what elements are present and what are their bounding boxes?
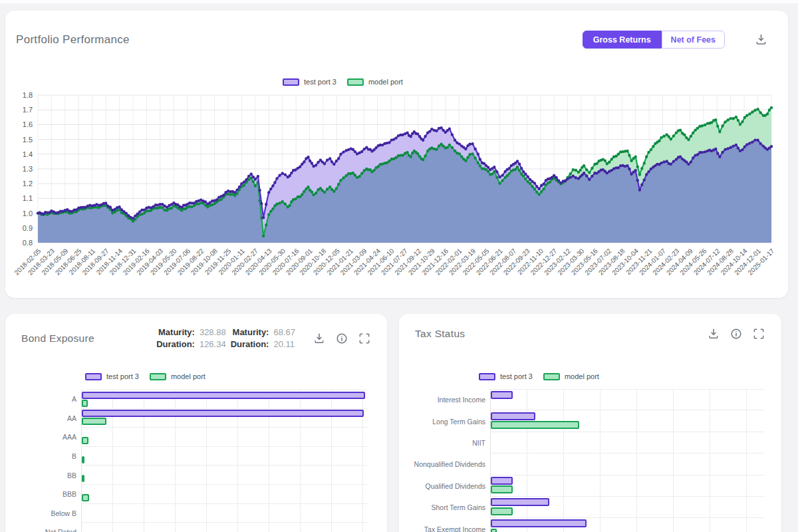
tax-status-card: Tax Status tes bbox=[399, 314, 781, 532]
portfolio-performance-chart[interactable]: 0.80.91.01.11.21.31.41.51.61.71.82018-02… bbox=[5, 78, 788, 298]
returns-toggle-group: Gross Returns Net of Fees bbox=[583, 31, 725, 49]
bar-test-port-3 bbox=[491, 519, 587, 527]
bar-row: AA bbox=[5, 409, 368, 428]
tax-header-icons bbox=[707, 327, 765, 340]
bar-row: A bbox=[5, 390, 368, 409]
test-port-3-swatch bbox=[85, 373, 102, 380]
bar-model-port bbox=[82, 494, 89, 501]
bar-model-port bbox=[491, 529, 497, 532]
bar-test-port-3 bbox=[82, 392, 365, 399]
bar-row: AAA bbox=[5, 428, 368, 447]
category-label: B bbox=[5, 447, 81, 466]
svg-text:1.6: 1.6 bbox=[23, 120, 33, 128]
svg-text:1.2: 1.2 bbox=[23, 180, 33, 188]
legend-item-test-port-3[interactable]: test port 3 bbox=[85, 372, 139, 380]
duration-label: Duration: bbox=[156, 339, 195, 349]
bar-track bbox=[81, 390, 368, 409]
bond-legend: test port 3 model port bbox=[85, 372, 205, 380]
svg-text:1.5: 1.5 bbox=[23, 136, 33, 144]
bar-track bbox=[490, 410, 765, 432]
bar-row: BBB bbox=[5, 485, 368, 504]
bond-exposure-chart[interactable]: AAAAAABBBBBBBelow BNot Rated bbox=[5, 390, 368, 532]
bond-exposure-title: Bond Exposure bbox=[21, 332, 94, 344]
bar-model-port bbox=[82, 456, 84, 464]
download-icon[interactable] bbox=[707, 327, 720, 340]
top-strip bbox=[0, 0, 798, 3]
bar-row: Short Term Gains bbox=[399, 497, 765, 518]
portfolio-performance-header: Portfolio Performance Gross Returns Net … bbox=[5, 11, 788, 49]
bar-test-port-3 bbox=[491, 477, 513, 485]
bar-track bbox=[81, 409, 368, 428]
fullscreen-icon[interactable] bbox=[752, 327, 765, 340]
bar-test-port-3 bbox=[82, 410, 364, 417]
svg-text:0.8: 0.8 bbox=[23, 239, 33, 247]
bar-test-port-3 bbox=[491, 498, 549, 506]
category-label: BBB bbox=[5, 485, 81, 504]
bar-model-port bbox=[82, 475, 84, 482]
info-icon[interactable] bbox=[730, 327, 743, 340]
bar-track bbox=[490, 389, 765, 410]
download-icon[interactable] bbox=[313, 332, 326, 345]
bar-row: Interest Income bbox=[399, 389, 765, 410]
bar-test-port-3 bbox=[491, 391, 513, 399]
info-icon[interactable] bbox=[335, 332, 348, 345]
bar-row: B bbox=[5, 447, 368, 466]
category-label: A bbox=[5, 390, 81, 409]
bar-row: BB bbox=[5, 466, 368, 485]
category-label: Tax Exempt Income bbox=[399, 518, 490, 532]
gross-returns-button[interactable]: Gross Returns bbox=[583, 31, 662, 49]
svg-text:1.8: 1.8 bbox=[23, 91, 33, 99]
bar-track bbox=[81, 523, 368, 532]
legend-item-model-port[interactable]: model port bbox=[543, 372, 599, 380]
bar-row: Tax Exempt Income bbox=[399, 518, 765, 532]
fullscreen-icon[interactable] bbox=[358, 332, 371, 345]
tax-legend: test port 3 model port bbox=[479, 372, 599, 380]
svg-text:1.7: 1.7 bbox=[23, 106, 33, 114]
bar-track bbox=[81, 485, 368, 504]
bar-track bbox=[81, 447, 368, 466]
bar-row: Nonqualified Dividends bbox=[399, 454, 765, 475]
bar-track bbox=[490, 454, 765, 475]
tax-status-chart[interactable]: Interest IncomeLong Term GainsNIITNonqua… bbox=[399, 389, 765, 532]
bar-track bbox=[490, 432, 765, 454]
bar-row: Qualified Dividends bbox=[399, 475, 765, 497]
svg-text:1.0: 1.0 bbox=[23, 209, 33, 217]
category-label: Below B bbox=[5, 504, 81, 523]
bar-track bbox=[81, 466, 368, 485]
duration-label-2: Duration: bbox=[231, 339, 269, 349]
svg-text:1.4: 1.4 bbox=[23, 150, 33, 158]
bond-header-icons bbox=[313, 332, 371, 345]
svg-text:1.1: 1.1 bbox=[23, 194, 33, 202]
model-port-swatch bbox=[543, 373, 560, 380]
maturity-label-2: Maturity: bbox=[231, 327, 269, 337]
bar-model-port bbox=[82, 437, 88, 444]
bar-model-port bbox=[491, 507, 513, 515]
category-label: Long Term Gains bbox=[399, 410, 490, 432]
category-label: Interest Income bbox=[399, 389, 490, 410]
portfolio-performance-card: Portfolio Performance Gross Returns Net … bbox=[5, 11, 788, 298]
category-label: Short Term Gains bbox=[399, 497, 490, 518]
bar-track bbox=[490, 518, 765, 532]
bar-track bbox=[490, 497, 765, 518]
bar-track bbox=[490, 475, 765, 497]
bar-model-port bbox=[82, 418, 106, 425]
legend-item-test-port-3[interactable]: test port 3 bbox=[479, 372, 533, 380]
legend-item-model-port[interactable]: model port bbox=[150, 372, 205, 380]
maturity-value: 328.88 bbox=[200, 327, 226, 337]
net-of-fees-button[interactable]: Net of Fees bbox=[662, 31, 725, 49]
bar-test-port-3 bbox=[491, 412, 535, 420]
bar-model-port bbox=[491, 421, 579, 429]
bond-exposure-card: Bond Exposure Maturity: 328.88 Maturity:… bbox=[5, 314, 387, 532]
svg-text:0.9: 0.9 bbox=[23, 224, 33, 232]
bond-stats: Maturity: 328.88 Maturity: 68.67 Duratio… bbox=[156, 327, 295, 349]
bar-track bbox=[81, 504, 368, 523]
bar-track bbox=[81, 428, 368, 447]
model-port-swatch bbox=[150, 373, 166, 380]
duration-value-2: 20.11 bbox=[273, 339, 295, 349]
tax-status-title: Tax Status bbox=[415, 328, 465, 340]
category-label: AAA bbox=[5, 428, 81, 447]
download-icon[interactable] bbox=[754, 33, 768, 47]
category-label: NIIT bbox=[399, 432, 490, 454]
bar-row: NIIT bbox=[399, 432, 765, 454]
bar-model-port bbox=[82, 400, 88, 407]
